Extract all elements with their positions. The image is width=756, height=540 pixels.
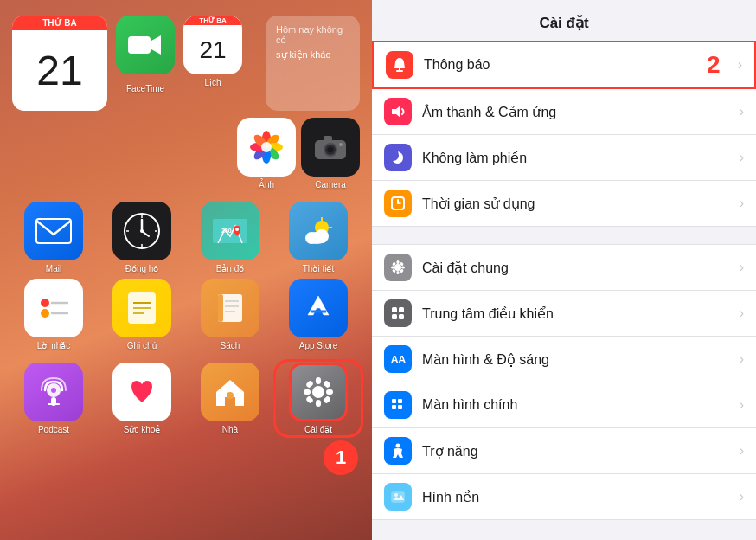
- home-app[interactable]: Nhà: [189, 363, 272, 434]
- maps-app-icon: 280: [201, 202, 259, 260]
- wallpaper-chevron: ›: [740, 489, 744, 505]
- settings-item-wallpaper[interactable]: Hình nền ›: [372, 474, 756, 520]
- photos-app-icon: [237, 118, 296, 177]
- svg-rect-74: [397, 260, 400, 264]
- svg-rect-66: [323, 395, 331, 404]
- clock-app[interactable]: Đồng hồ: [100, 202, 183, 273]
- facetime-app-icon[interactable]: [116, 16, 175, 74]
- reminders-app[interactable]: Lời nhắc: [12, 279, 95, 350]
- svg-rect-0: [128, 36, 151, 54]
- dnd-icon: [384, 144, 412, 171]
- reminders-app-icon: [24, 279, 83, 338]
- settings-item-dnd[interactable]: Không làm phiền ›: [372, 135, 756, 181]
- step2-badge: 2: [707, 51, 721, 79]
- svg-point-38: [315, 229, 329, 243]
- settings-group-1: Thông báo 2 › Âm thanh & Cảm ứng ›: [372, 41, 756, 227]
- svg-rect-89: [398, 405, 402, 409]
- settings-item-sound[interactable]: Âm thanh & Cảm ứng ›: [372, 89, 756, 135]
- svg-point-41: [41, 309, 49, 318]
- maps-label: Bản đồ: [216, 264, 245, 273]
- maps-app[interactable]: 280 Bản đồ: [189, 202, 272, 273]
- bottom-app-grid: Podcast Sức khoẻ Nhà: [0, 359, 372, 443]
- accessibility-chevron: ›: [740, 443, 744, 459]
- calendar-app[interactable]: THỨ BA 21 Lịch: [183, 16, 242, 87]
- svg-rect-48: [218, 294, 223, 322]
- photos-app[interactable]: Ảnh: [237, 118, 296, 190]
- svg-rect-61: [304, 389, 311, 395]
- settings-panel: Cài đặt Thông báo 2 ›: [372, 0, 756, 540]
- dnd-chevron: ›: [740, 150, 744, 165]
- svg-rect-19: [36, 219, 71, 243]
- calendar-widget: THỨ BA 21: [12, 16, 107, 111]
- control-center-label: Trung tâm điều khiển: [422, 305, 729, 322]
- svg-point-57: [227, 392, 234, 399]
- appstore-app-icon: [289, 279, 348, 338]
- cal-sm-date: 21: [183, 25, 242, 74]
- accessibility-label: Trợ năng: [422, 443, 729, 460]
- home-app-icon: [201, 363, 259, 421]
- settings-item-general[interactable]: Cài đặt chung ›: [372, 244, 756, 291]
- svg-rect-65: [305, 395, 314, 404]
- weather-label: Thời tiết: [303, 264, 334, 273]
- svg-point-92: [394, 493, 398, 497]
- health-app[interactable]: Sức khoẻ: [100, 363, 183, 434]
- books-label: Sách: [221, 341, 240, 350]
- svg-rect-85: [399, 314, 404, 319]
- camera-app-icon: [301, 118, 360, 177]
- camera-app[interactable]: Camera: [301, 118, 360, 190]
- display-label: Màn hình & Độ sáng: [422, 351, 729, 368]
- podcast-label: Podcast: [38, 425, 69, 434]
- calendar-app-icon: THỨ BA 21: [183, 16, 242, 74]
- facetime-label: FaceTime: [126, 84, 164, 93]
- photos-label: Ảnh: [259, 180, 274, 190]
- screentime-chevron: ›: [740, 196, 744, 211]
- health-label: Sức khoẻ: [124, 425, 161, 434]
- settings-app[interactable]: Cài đặt: [277, 363, 360, 434]
- svg-point-39: [41, 299, 49, 307]
- home-label: Nhà: [222, 425, 238, 434]
- wallpaper-label: Hình nền: [422, 489, 729, 505]
- svg-rect-64: [323, 380, 331, 389]
- camera-label: Camera: [315, 180, 346, 190]
- control-center-icon: [384, 299, 412, 327]
- svg-rect-63: [305, 380, 314, 389]
- notes-app[interactable]: Ghi chú: [100, 279, 183, 350]
- svg-rect-84: [392, 314, 397, 319]
- wallpaper-icon: [384, 483, 412, 511]
- calendar-day-header: THỨ BA: [12, 16, 107, 30]
- general-label: Cài đặt chung: [422, 260, 729, 276]
- sound-chevron: ›: [740, 104, 744, 119]
- weather-app[interactable]: Thời tiết: [277, 202, 360, 273]
- settings-item-notifications[interactable]: Thông báo 2 ›: [372, 41, 756, 89]
- settings-item-screentime[interactable]: Thời gian sử dụng ›: [372, 181, 756, 227]
- svg-rect-76: [391, 267, 394, 269]
- books-app[interactable]: Sách: [189, 279, 272, 350]
- clock-label: Đồng hồ: [125, 264, 159, 273]
- svg-rect-62: [326, 389, 333, 395]
- appstore-app[interactable]: App Store: [277, 279, 360, 350]
- phone-screen: THỨ BA 21 FaceTime: [0, 0, 372, 540]
- svg-point-17: [339, 143, 343, 146]
- notifications-label: Thông báo: [424, 57, 696, 73]
- settings-item-accessibility[interactable]: Trợ năng ›: [372, 428, 756, 474]
- reminders-label: Lời nhắc: [37, 341, 71, 350]
- svg-rect-18: [35, 217, 73, 245]
- clock-app-icon: [112, 202, 171, 260]
- svg-point-11: [261, 142, 272, 152]
- podcast-app-icon: [24, 363, 83, 421]
- mail-app[interactable]: Mail: [12, 202, 95, 273]
- settings-item-display[interactable]: AA Màn hình & Độ sáng ›: [372, 337, 756, 382]
- notes-label: Ghi chú: [127, 341, 157, 350]
- calendar-app-label: Lịch: [204, 78, 221, 87]
- svg-rect-82: [392, 307, 397, 312]
- settings-item-control-center[interactable]: Trung tâm điều khiển ›: [372, 291, 756, 337]
- podcast-app[interactable]: Podcast: [12, 363, 95, 434]
- settings-item-home-screen[interactable]: Màn hình chính ›: [372, 382, 756, 428]
- display-icon: AA: [384, 345, 412, 373]
- svg-rect-16: [324, 136, 332, 141]
- home-screen-icon: [384, 391, 412, 419]
- svg-rect-60: [316, 400, 321, 407]
- svg-point-73: [394, 264, 401, 271]
- sound-label: Âm thanh & Cảm ứng: [422, 104, 729, 120]
- appstore-label: App Store: [299, 341, 337, 350]
